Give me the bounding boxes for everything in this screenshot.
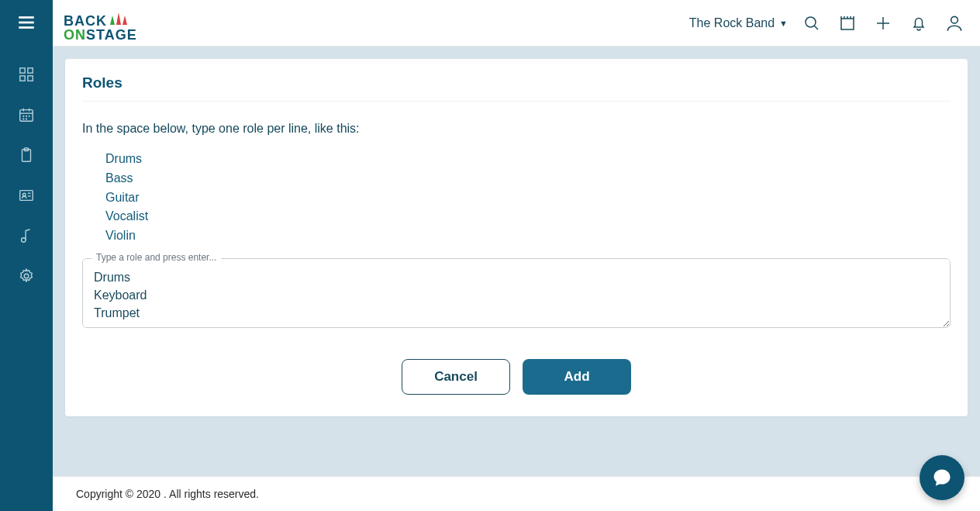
search-button[interactable] bbox=[802, 13, 822, 33]
header: BACK ONSTAGE The Rock Band ▼ bbox=[53, 0, 980, 47]
id-card-icon bbox=[18, 187, 35, 204]
logo-text-stage: STAGE bbox=[86, 28, 137, 42]
sidebar bbox=[0, 0, 53, 511]
band-silhouette-icon bbox=[107, 5, 130, 28]
calendar-button[interactable] bbox=[837, 13, 858, 33]
svg-line-25 bbox=[814, 26, 818, 29]
grid-icon bbox=[18, 66, 35, 83]
cancel-button[interactable]: Cancel bbox=[402, 359, 510, 395]
svg-rect-4 bbox=[28, 68, 33, 73]
clipboard-icon bbox=[18, 147, 35, 164]
sidebar-item-music[interactable] bbox=[17, 226, 36, 245]
add-button[interactable] bbox=[873, 13, 893, 33]
example-role: Guitar bbox=[105, 188, 951, 208]
example-roles-list: Drums Bass Guitar Vocalist Violin bbox=[105, 150, 951, 246]
plus-icon bbox=[874, 14, 892, 33]
calendar-icon bbox=[18, 106, 35, 123]
bell-icon bbox=[909, 14, 928, 33]
svg-point-23 bbox=[24, 274, 29, 278]
sidebar-item-calendar[interactable] bbox=[17, 105, 36, 124]
sidebar-item-dashboard[interactable] bbox=[17, 65, 36, 84]
roles-input-label: Type a role and press enter... bbox=[91, 252, 221, 263]
roles-textarea[interactable] bbox=[82, 258, 951, 328]
sidebar-item-clipboard[interactable] bbox=[17, 146, 36, 164]
gear-icon bbox=[18, 268, 35, 285]
search-icon bbox=[802, 14, 821, 33]
band-name-label: The Rock Band bbox=[689, 16, 775, 30]
copyright-text: Copyright © 2020 . All rights reserved. bbox=[76, 488, 259, 500]
calendar-tear-icon bbox=[838, 14, 857, 33]
sidebar-item-contacts[interactable] bbox=[17, 186, 36, 205]
example-role: Violin bbox=[105, 226, 951, 246]
card-title: Roles bbox=[82, 74, 951, 102]
sidebar-item-settings[interactable] bbox=[17, 267, 36, 285]
band-selector-dropdown[interactable]: The Rock Band ▼ bbox=[689, 16, 788, 30]
footer: Copyright © 2020 . All rights reserved. bbox=[53, 476, 980, 511]
svg-point-22 bbox=[22, 238, 26, 243]
profile-button[interactable] bbox=[944, 13, 964, 33]
svg-rect-6 bbox=[28, 76, 33, 81]
example-role: Bass bbox=[105, 169, 951, 188]
svg-point-24 bbox=[806, 17, 816, 27]
chat-widget-button[interactable] bbox=[920, 455, 964, 500]
svg-rect-18 bbox=[20, 191, 33, 201]
menu-toggle[interactable] bbox=[15, 11, 38, 34]
logo-text-on: ON bbox=[64, 28, 86, 42]
hamburger-icon bbox=[16, 12, 36, 33]
chevron-down-icon: ▼ bbox=[779, 19, 788, 28]
svg-point-19 bbox=[22, 193, 26, 196]
roles-card: Roles In the space below, type one role … bbox=[65, 59, 968, 416]
svg-rect-3 bbox=[20, 68, 25, 73]
example-role: Vocalist bbox=[105, 207, 951, 226]
add-button[interactable]: Add bbox=[523, 359, 631, 395]
svg-point-12 bbox=[26, 116, 27, 116]
example-role: Drums bbox=[105, 150, 951, 169]
svg-point-28 bbox=[951, 16, 958, 23]
user-icon bbox=[944, 13, 964, 33]
instruction-text: In the space below, type one role per li… bbox=[82, 122, 951, 136]
chat-icon bbox=[931, 467, 953, 489]
svg-point-13 bbox=[29, 116, 29, 116]
notifications-button[interactable] bbox=[909, 13, 929, 33]
logo[interactable]: BACK ONSTAGE bbox=[64, 5, 137, 42]
svg-point-11 bbox=[23, 116, 24, 116]
logo-text-back: BACK bbox=[64, 14, 107, 28]
svg-point-14 bbox=[23, 119, 24, 119]
music-note-icon bbox=[18, 227, 35, 244]
svg-point-15 bbox=[26, 119, 27, 119]
svg-rect-5 bbox=[20, 76, 25, 81]
